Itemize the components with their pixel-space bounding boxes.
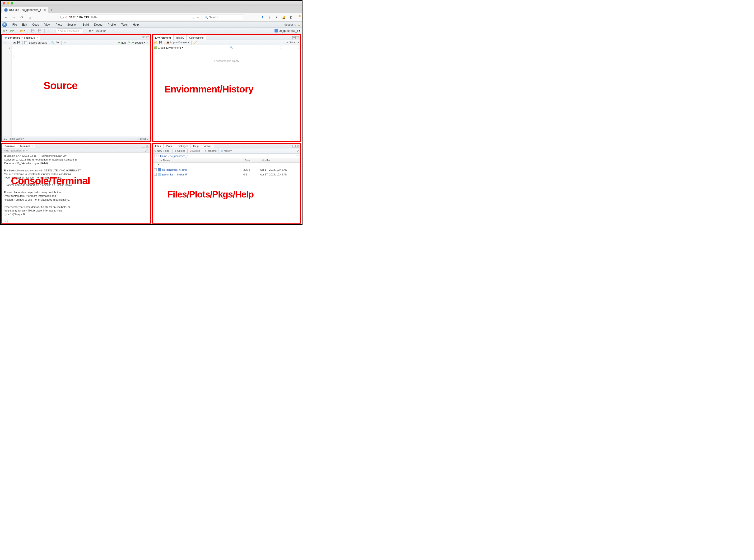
new-folder-button[interactable]: ⊕ New Folder xyxy=(154,149,170,153)
save-workspace-icon[interactable]: 💾 xyxy=(159,41,162,44)
evernote-icon[interactable]: ✦ xyxy=(275,16,278,19)
tab-files[interactable]: Files xyxy=(153,144,164,148)
print-button[interactable]: 🖨 xyxy=(46,28,51,33)
pocket-icon[interactable]: ◡ xyxy=(192,16,195,19)
close-file-icon[interactable]: × xyxy=(37,37,38,39)
maximize-pane-icon[interactable]: ▢ xyxy=(146,36,149,39)
tab-viewer[interactable]: Viewer xyxy=(201,144,214,148)
addins-button[interactable]: Addins ▾ xyxy=(95,28,107,33)
clear-console-icon[interactable]: 🧹 xyxy=(145,149,148,152)
popout-icon[interactable]: ▣ xyxy=(13,41,16,44)
scope-caret-icon[interactable]: ▴▾ xyxy=(22,138,24,140)
minimize-pane-icon[interactable]: ─ xyxy=(292,36,296,39)
file-row-rproj[interactable]: dc_genomics_r.Rproj 205 B Apr 17, 2018, … xyxy=(153,167,301,172)
menu-session[interactable]: Session xyxy=(65,22,79,27)
menu-plots[interactable]: Plots xyxy=(54,22,64,27)
clear-env-icon[interactable]: 🧹 xyxy=(194,41,197,44)
report-icon[interactable]: ▭ xyxy=(63,41,66,44)
downloads-icon[interactable]: ⬇ xyxy=(260,16,264,19)
tab-terminal[interactable]: Terminal× xyxy=(17,144,35,148)
header-modified[interactable]: Modified xyxy=(260,158,301,162)
terminal-close-icon[interactable]: × xyxy=(32,145,33,147)
menu-view[interactable]: View xyxy=(42,22,53,27)
menu-tools[interactable]: Tools xyxy=(119,22,130,27)
minimize-pane-icon[interactable]: ─ xyxy=(292,145,296,147)
new-tab-button[interactable]: + xyxy=(49,7,55,13)
maximize-pane-icon[interactable]: ▢ xyxy=(296,145,299,147)
forward-nav-icon[interactable]: ⇨ xyxy=(7,41,9,44)
file-type-label[interactable]: R Script xyxy=(137,138,146,140)
source-button[interactable]: ➔Source ▾ xyxy=(132,41,145,44)
tab-connections[interactable]: Connections xyxy=(187,35,206,40)
source-file-tab[interactable]: ◉ genomics_r_basics.R × xyxy=(2,35,40,40)
delete-button[interactable]: ⊘ Delete xyxy=(190,149,200,153)
sidebar-icon[interactable]: ◧ xyxy=(289,16,293,19)
home-icon[interactable]: ⌂ xyxy=(158,155,159,157)
tab-console[interactable]: Console xyxy=(2,144,17,148)
scope-caret-icon[interactable]: ▾ xyxy=(182,46,183,49)
source-on-save-checkbox[interactable] xyxy=(24,41,27,44)
back-button[interactable]: ← xyxy=(3,14,9,20)
goto-file-input[interactable]: ➤ Go to file/function xyxy=(55,28,84,33)
rerun-icon[interactable]: ↻ xyxy=(128,41,130,44)
find-icon[interactable]: 🔍 xyxy=(51,41,55,44)
site-info-icon[interactable]: i xyxy=(60,16,63,19)
goto-dir-icon[interactable]: ⋯ xyxy=(296,154,299,157)
close-window-icon[interactable] xyxy=(3,2,5,4)
tab-help[interactable]: Help xyxy=(191,144,201,148)
tab-environment[interactable]: Environment xyxy=(153,35,174,40)
library-icon[interactable]: ⫼ xyxy=(268,16,271,19)
env-search-input[interactable] xyxy=(280,46,299,49)
wand-icon[interactable]: ✎▾ xyxy=(56,41,60,44)
refresh-files-icon[interactable]: ⟳ xyxy=(297,149,299,153)
project-name[interactable]: dc_genomics_r xyxy=(279,29,298,33)
menu-help[interactable]: Help xyxy=(131,22,141,27)
save-source-icon[interactable]: 💾 xyxy=(17,41,20,44)
tab-packages[interactable]: Packages xyxy=(174,144,191,148)
signout-icon[interactable]: ⎋ xyxy=(294,23,296,26)
bookmark-star-icon[interactable]: ☆ xyxy=(197,16,199,19)
import-dataset-button[interactable]: 📥 Import Dataset ▾ xyxy=(166,41,190,44)
env-search-icon[interactable]: 🔍 xyxy=(229,46,233,49)
menu-profile[interactable]: Profile xyxy=(105,22,118,27)
minimize-pane-icon[interactable]: ─ xyxy=(142,145,145,147)
menu-edit[interactable]: Edit xyxy=(20,22,29,27)
scope-selector[interactable]: (Top Level) xyxy=(10,138,22,140)
zoom-window-icon[interactable] xyxy=(11,2,13,4)
editor-text[interactable]: } xyxy=(12,45,150,137)
page-actions-icon[interactable]: ••• xyxy=(188,16,191,19)
file-checkbox[interactable] xyxy=(154,173,157,176)
load-workspace-icon[interactable]: 📂 xyxy=(154,41,157,44)
new-file-button[interactable]: ⊕▾ xyxy=(2,28,8,33)
select-all-checkbox[interactable] xyxy=(154,155,157,157)
console-popout-icon[interactable]: ⇗ xyxy=(26,149,28,152)
menu-debug[interactable]: Debug xyxy=(92,22,104,27)
power-icon[interactable]: ⏻ xyxy=(297,23,301,26)
breadcrumb-project[interactable]: dc_genomics_r xyxy=(170,155,188,157)
run-button[interactable]: ➔Run xyxy=(118,41,126,44)
new-project-button[interactable]: ◳▾ xyxy=(9,28,15,33)
project-caret-icon[interactable]: ▾ xyxy=(299,29,301,33)
forward-button[interactable]: → xyxy=(11,14,17,20)
rename-button[interactable]: ➜ Rename xyxy=(204,149,217,153)
lang-caret-icon[interactable]: ▴▾ xyxy=(147,138,149,140)
menu-icon[interactable]: ☰ xyxy=(296,16,300,19)
header-name[interactable]: ▲ Name xyxy=(153,158,244,162)
file-row-up[interactable]: ⬑.. xyxy=(153,163,301,167)
grid-button[interactable]: ▦▾ xyxy=(88,28,94,33)
header-size[interactable]: Size xyxy=(244,158,260,162)
back-nav-icon[interactable]: ⇦ xyxy=(3,41,6,44)
reload-button[interactable]: ⟳ xyxy=(19,14,25,20)
outline-icon[interactable]: ≡ xyxy=(147,41,148,44)
menu-code[interactable]: Code xyxy=(30,22,41,27)
breadcrumb-home[interactable]: Home xyxy=(160,155,167,157)
maximize-pane-icon[interactable]: ▢ xyxy=(296,36,299,39)
notifications-icon[interactable]: 🔔 xyxy=(282,16,286,19)
maximize-pane-icon[interactable]: ▢ xyxy=(146,145,149,147)
tab-close-icon[interactable]: × xyxy=(44,8,46,12)
open-file-button[interactable]: 📂▾ xyxy=(19,28,26,33)
home-button[interactable]: ⌂ xyxy=(27,14,33,20)
refresh-env-icon[interactable]: ⟳ xyxy=(297,41,299,44)
url-input[interactable]: i ⚠ 34.207.167.219:8787 ••• ◡ ☆ xyxy=(59,14,201,20)
minimize-pane-icon[interactable]: ─ xyxy=(142,36,145,39)
